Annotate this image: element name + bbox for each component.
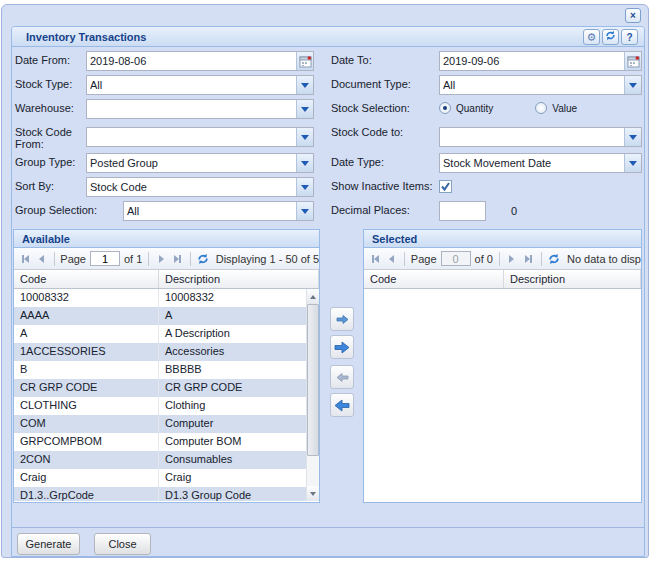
code-cell: 1ACCESSORIES [14,343,159,361]
radio-unselected-icon [535,102,547,114]
generate-button[interactable]: Generate [17,533,80,555]
stock-code-from-input[interactable] [87,128,296,146]
table-row[interactable]: 1ACCESSORIESAccessories [14,343,319,361]
sort-by-input[interactable] [87,178,296,196]
group-selection-input[interactable] [124,202,296,220]
date-type-combo[interactable] [439,153,642,173]
table-row[interactable]: D1.3..GrpCodeD1.3 Group Code [14,487,319,501]
next-page-icon [159,255,164,263]
decimal-places-field[interactable] [439,201,486,221]
available-page-input[interactable] [90,251,120,266]
date-from-field[interactable] [86,51,314,71]
add-all-button[interactable] [330,335,354,359]
code-cell: AAAA [14,307,159,325]
scroll-up-button[interactable] [307,289,319,304]
window-close-button[interactable]: × [625,8,641,23]
page-of-text: of 1 [124,253,142,265]
group-type-input[interactable] [87,154,296,172]
table-row[interactable]: COMComputer [14,415,319,433]
scrollbar-thumb[interactable] [307,304,319,456]
group-type-combo[interactable] [86,153,314,173]
description-cell: BBBBB [159,361,319,379]
sort-by-combo[interactable] [86,177,314,197]
stock-code-to-input[interactable] [440,128,624,146]
refresh-button[interactable] [602,29,619,45]
panel-title: Inventory Transactions [26,31,146,43]
document-type-trigger[interactable] [624,76,641,94]
table-row[interactable]: AA Description [14,325,319,343]
stock-type-combo[interactable] [86,75,314,95]
code-column-header[interactable]: Code [14,270,159,288]
stock-code-from-combo[interactable] [86,127,314,147]
sort-by-trigger[interactable] [296,178,313,196]
date-to-input[interactable] [440,52,624,70]
add-selected-button[interactable] [330,307,354,331]
warehouse-input[interactable] [87,100,296,118]
available-panel: Available Page of 1 Displaying 1 - 50 of… [13,229,320,503]
date-from-trigger[interactable] [296,52,313,70]
document-type-input[interactable] [440,76,624,94]
prev-page-button[interactable] [35,251,47,267]
table-row[interactable]: 2CONConsumables [14,451,319,469]
stock-type-trigger[interactable] [296,76,313,94]
gear-button[interactable]: ⚙ [583,29,600,45]
scroll-down-button[interactable] [307,486,319,501]
table-row[interactable]: BBBBBB [14,361,319,379]
warehouse-combo[interactable] [86,99,314,119]
chevron-down-icon [629,135,637,140]
stock-code-from-label: Stock Code From: [15,126,87,150]
vertical-scrollbar[interactable] [306,289,319,501]
grid-refresh-button[interactable] [547,251,560,267]
first-page-button[interactable] [19,251,31,267]
group-selection-combo[interactable] [123,201,314,221]
value-radio-option[interactable]: Value [535,102,577,114]
description-cell: CR GRP CODE [159,379,319,397]
remove-selected-button[interactable] [330,365,354,389]
next-page-button[interactable] [155,251,167,267]
warehouse-trigger[interactable] [296,100,313,118]
date-from-label: Date From: [15,54,87,66]
date-to-label: Date To: [331,54,437,66]
table-row[interactable]: CR GRP CODECR GRP CODE [14,379,319,397]
date-to-field[interactable] [439,51,642,71]
description-column-header[interactable]: Description [159,270,319,288]
table-row[interactable]: AAAAA [14,307,319,325]
description-cell: Consumables [159,451,319,469]
grid-refresh-button[interactable] [196,251,208,267]
group-type-trigger[interactable] [296,154,313,172]
next-page-button[interactable] [506,251,519,267]
stock-type-input[interactable] [87,76,296,94]
table-row[interactable]: 1000833210008332 [14,289,319,307]
table-row[interactable]: CraigCraig [14,469,319,487]
prev-page-button[interactable] [386,251,399,267]
group-selection-label: Group Selection: [15,204,120,216]
selected-page-input[interactable] [441,251,471,266]
quantity-radio-option[interactable]: Quantity [439,102,493,114]
description-column-header[interactable]: Description [504,270,641,288]
date-type-input[interactable] [440,154,624,172]
table-row[interactable]: GRPCOMPBOMComputer BOM [14,433,319,451]
remove-all-button[interactable] [330,393,354,417]
close-button[interactable]: Close [94,533,151,555]
stock-code-to-combo[interactable] [439,127,642,147]
last-page-button[interactable] [171,251,183,267]
arrow-left-double-icon [334,399,350,412]
inventory-transactions-window: × Inventory Transactions ⚙ ? Date From: … [1,4,649,558]
stock-code-to-trigger[interactable] [624,128,641,146]
date-from-input[interactable] [87,52,296,70]
table-row[interactable]: CLOTHINGClothing [14,397,319,415]
code-column-header[interactable]: Code [364,270,504,288]
value-radio-label: Value [552,103,577,114]
date-to-trigger[interactable] [624,52,641,70]
document-type-combo[interactable] [439,75,642,95]
available-column-headers: Code Description [14,270,319,289]
decimal-places-input[interactable] [440,202,588,220]
help-button[interactable]: ? [621,29,638,45]
stock-code-from-trigger[interactable] [296,128,313,146]
last-page-button[interactable] [522,251,535,267]
show-inactive-items-checkbox[interactable] [439,180,452,193]
group-selection-trigger[interactable] [296,202,313,220]
arrow-right-double-icon [334,341,350,354]
first-page-button[interactable] [369,251,382,267]
date-type-trigger[interactable] [624,154,641,172]
